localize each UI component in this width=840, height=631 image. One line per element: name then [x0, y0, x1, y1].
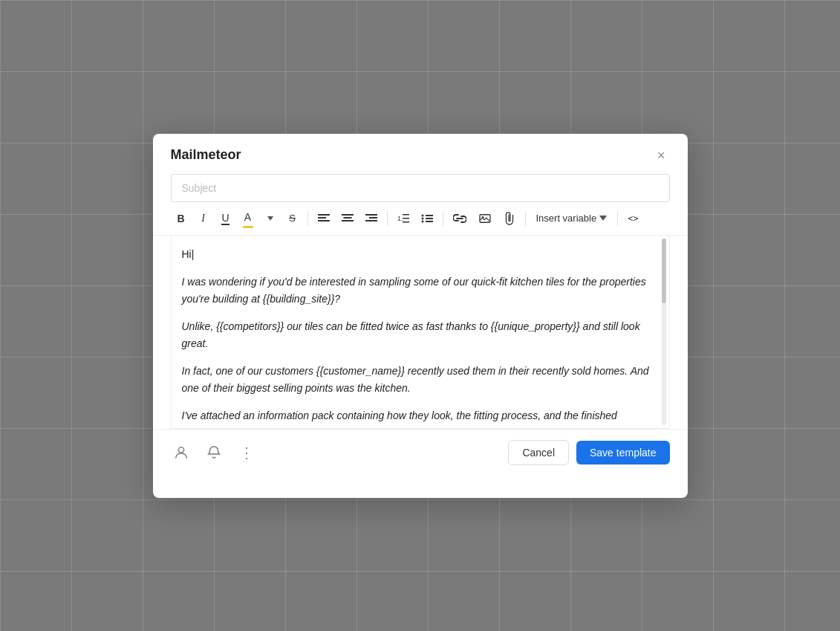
text-color-dropdown-button[interactable]	[260, 208, 281, 229]
unordered-list-button[interactable]	[416, 208, 438, 229]
code-button[interactable]: <>	[622, 208, 643, 229]
formatting-toolbar: B I U A S	[153, 202, 688, 236]
dialog: Mailmeteor × Subject B I U A S	[153, 134, 688, 498]
image-button[interactable]	[473, 208, 497, 229]
image-icon	[478, 213, 492, 224]
editor-paragraph-2: I was wondering if you'd be interested i…	[182, 274, 659, 308]
italic-button[interactable]: I	[193, 208, 214, 229]
bell-icon	[206, 445, 221, 460]
toolbar-divider-3	[443, 211, 443, 226]
toolbar-divider-2	[387, 211, 388, 226]
link-button[interactable]	[448, 208, 472, 229]
insert-variable-chevron-icon	[599, 216, 607, 221]
underline-button[interactable]: U	[215, 208, 236, 229]
ordered-list-icon: 1.	[397, 213, 409, 224]
svg-rect-0	[318, 214, 330, 216]
attachment-icon	[504, 212, 515, 225]
svg-rect-16	[426, 215, 433, 216]
svg-rect-7	[369, 217, 377, 219]
svg-point-21	[178, 447, 183, 452]
svg-point-15	[421, 220, 423, 222]
person-icon	[174, 445, 189, 460]
editor-paragraph-3: Unlike, {{competitors}} our tiles can be…	[182, 318, 659, 352]
svg-point-14	[421, 217, 423, 219]
align-left-icon	[318, 214, 330, 223]
color-swatch	[243, 226, 253, 228]
bell-icon-button[interactable]	[204, 442, 224, 463]
editor-paragraph-1: Hi|	[182, 246, 659, 263]
footer-right-actions: Cancel Save template	[508, 440, 669, 465]
svg-rect-18	[426, 221, 433, 222]
toolbar-divider-4	[525, 211, 526, 226]
scrollbar-track[interactable]	[662, 239, 666, 425]
svg-rect-12	[403, 221, 409, 223]
unordered-list-icon	[421, 213, 433, 224]
footer-left-actions: ⋮	[171, 441, 258, 465]
attachment-button[interactable]	[498, 208, 521, 229]
toolbar-divider-1	[307, 211, 308, 226]
bold-button[interactable]: B	[171, 208, 192, 229]
cancel-button[interactable]: Cancel	[508, 440, 569, 465]
editor-paragraph-5: I've attached an information pack contai…	[182, 407, 659, 428]
svg-text:1.: 1.	[397, 215, 403, 222]
align-right-icon	[365, 214, 377, 223]
save-template-button[interactable]: Save template	[576, 441, 670, 465]
more-options-button[interactable]: ⋮	[236, 441, 258, 465]
insert-variable-button[interactable]: Insert variable	[530, 209, 613, 227]
editor-content: Hi| I was wondering if you'd be interest…	[182, 246, 659, 429]
toolbar-divider-5	[617, 211, 618, 226]
strikethrough-button[interactable]: S	[282, 208, 303, 229]
svg-rect-6	[365, 214, 377, 216]
link-icon	[453, 213, 466, 224]
svg-rect-8	[365, 220, 377, 221]
chevron-down-icon	[267, 216, 273, 221]
svg-rect-11	[403, 218, 409, 219]
modal-header: Mailmeteor ×	[153, 134, 688, 174]
align-center-button[interactable]	[336, 208, 359, 229]
more-icon: ⋮	[239, 444, 255, 462]
align-center-icon	[342, 214, 354, 223]
subject-input[interactable]: Subject	[171, 174, 670, 202]
svg-rect-1	[318, 217, 326, 219]
close-button[interactable]: ×	[653, 147, 670, 164]
svg-rect-17	[426, 218, 433, 219]
svg-rect-10	[403, 214, 409, 216]
align-left-button[interactable]	[313, 208, 335, 229]
scrollbar-thumb[interactable]	[662, 239, 666, 304]
svg-rect-3	[342, 214, 354, 216]
align-right-button[interactable]	[360, 208, 382, 229]
svg-rect-2	[318, 220, 330, 221]
svg-rect-4	[343, 217, 351, 219]
modal-footer: ⋮ Cancel Save template	[153, 429, 688, 476]
editor-area[interactable]: Hi| I was wondering if you'd be interest…	[171, 236, 670, 429]
modal-overlay: Mailmeteor × Subject B I U A S	[0, 0, 840, 631]
text-color-button[interactable]: A	[238, 208, 258, 229]
person-icon-button[interactable]	[171, 442, 192, 463]
editor-paragraph-4: In fact, one of our customers {{customer…	[182, 363, 659, 397]
svg-rect-5	[342, 220, 354, 221]
svg-point-13	[421, 214, 423, 216]
ordered-list-button[interactable]: 1.	[392, 208, 414, 229]
modal-title: Mailmeteor	[171, 147, 241, 163]
